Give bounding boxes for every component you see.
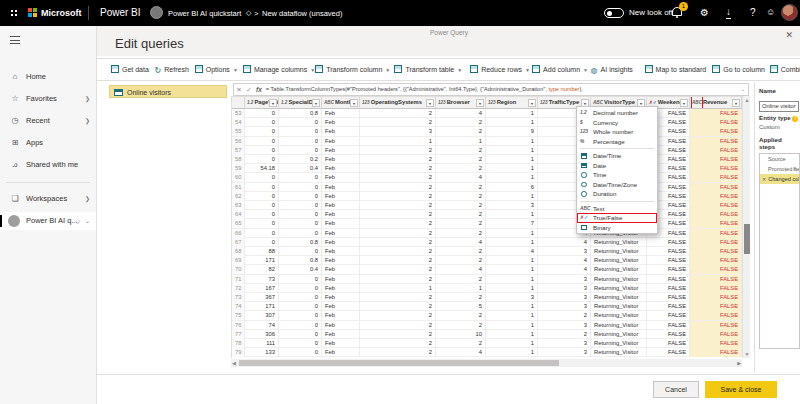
cell[interactable]: 59 <box>232 164 245 173</box>
waffle-icon[interactable] <box>10 9 19 18</box>
cell[interactable]: FALSE <box>690 118 742 127</box>
cell[interactable]: FALSE <box>647 321 690 330</box>
cell[interactable]: 60 <box>232 173 245 182</box>
cell[interactable]: 2 <box>360 192 436 201</box>
formula-bar[interactable]: ✕✓fx = Table.TransformColumnTypes(#"Prom… <box>233 83 749 96</box>
cell[interactable]: Feb <box>322 219 360 228</box>
cell[interactable]: 0 <box>279 339 322 348</box>
cell[interactable]: 1 <box>486 137 538 146</box>
cell[interactable]: Feb <box>322 192 360 201</box>
cell[interactable]: FALSE <box>690 275 742 284</box>
cell[interactable]: FALSE <box>690 173 742 182</box>
cell[interactable]: Feb <box>322 348 360 357</box>
menu-item-percentage[interactable]: %Percentage <box>577 137 657 147</box>
cell[interactable]: 133 <box>245 348 279 357</box>
cell[interactable]: 0 <box>245 238 279 247</box>
cell[interactable]: 0 <box>279 229 322 238</box>
cell[interactable]: 307 <box>245 311 279 320</box>
cell[interactable]: FALSE <box>647 348 690 357</box>
cell[interactable]: 4 <box>436 348 486 357</box>
cell[interactable]: Returning_Visitor <box>591 247 647 256</box>
cell[interactable]: FALSE <box>690 219 742 228</box>
column-header-revenue[interactable]: ABCRevenue▾ <box>690 97 742 109</box>
cell[interactable]: 1 <box>486 146 538 155</box>
cell[interactable]: FALSE <box>690 348 742 357</box>
toolbar-get-data[interactable]: Get data <box>111 59 149 80</box>
cell[interactable]: FALSE <box>647 293 690 302</box>
type-icon-123[interactable]: 123 <box>488 97 496 108</box>
cell[interactable]: FALSE <box>647 238 690 247</box>
cell[interactable]: Returning_Visitor <box>591 339 647 348</box>
cell[interactable]: Feb <box>322 183 360 192</box>
scroll-down-icon[interactable]: ▼ <box>743 351 751 357</box>
cancel-button[interactable]: Cancel <box>653 381 699 398</box>
toolbar-options[interactable]: Options▼ <box>195 59 238 80</box>
cell[interactable]: 1 <box>486 330 538 339</box>
cell[interactable]: 2 <box>436 229 486 238</box>
type-icon-abc[interactable]: ABC <box>324 97 334 108</box>
cell[interactable]: 1 <box>486 173 538 182</box>
column-header-operatingsystems[interactable]: 123OperatingSystems▾ <box>360 97 436 109</box>
cell[interactable]: 72 <box>232 284 245 293</box>
cell[interactable]: 1 <box>486 321 538 330</box>
cell[interactable]: 3 <box>538 284 591 293</box>
cell[interactable]: 69 <box>232 256 245 265</box>
download-icon[interactable]: ↓ <box>726 5 731 19</box>
cell[interactable]: 0 <box>279 302 322 311</box>
column-header-region[interactable]: 123Region▾ <box>486 97 538 109</box>
menu-item-date-time[interactable]: Date/Time <box>577 151 657 161</box>
cell[interactable]: 56 <box>232 137 245 146</box>
cell[interactable]: 4 <box>436 265 486 274</box>
cell[interactable]: 1 <box>486 275 538 284</box>
cell[interactable]: 73 <box>232 293 245 302</box>
cell[interactable]: 0.8 <box>279 256 322 265</box>
cell[interactable]: Feb <box>322 321 360 330</box>
cell[interactable]: 54 <box>232 118 245 127</box>
cell[interactable]: 2 <box>436 321 486 330</box>
vertical-scrollbar[interactable]: ▲ ▼ <box>742 96 750 358</box>
toolbar-transform-table[interactable]: Transform table▼ <box>394 59 462 80</box>
column-header-pagevisitors[interactable]: 1.2PageVisitors▾ <box>245 97 279 109</box>
cell[interactable]: 2 <box>436 219 486 228</box>
gear-icon[interactable]: ⚙ <box>793 164 797 174</box>
cell[interactable]: 88 <box>245 247 279 256</box>
cell[interactable]: 0 <box>279 210 322 219</box>
cell[interactable]: 1 <box>486 238 538 247</box>
formula-expand-icon[interactable]: ⌄ <box>741 84 745 95</box>
cell[interactable]: 0 <box>279 284 322 293</box>
cell[interactable]: 2 <box>436 183 486 192</box>
sidebar-item-shared-with-me[interactable]: ꭿShared with me <box>0 156 96 174</box>
menu-item-currency[interactable]: $Currency <box>577 118 657 128</box>
filter-icon[interactable]: ▾ <box>680 99 688 107</box>
cell[interactable]: Returning_Visitor <box>591 311 647 320</box>
cell[interactable]: Feb <box>322 109 360 118</box>
menu-item-date[interactable]: Date <box>577 161 657 171</box>
cell[interactable]: 2 <box>360 339 436 348</box>
cell[interactable]: 2 <box>360 173 436 182</box>
cell[interactable]: 0 <box>245 201 279 210</box>
cell[interactable]: 1 <box>486 164 538 173</box>
close-icon[interactable]: ✕ <box>785 30 793 40</box>
cell[interactable]: FALSE <box>690 311 742 320</box>
cell[interactable]: 0 <box>279 275 322 284</box>
cell[interactable]: 0.8 <box>279 238 322 247</box>
cell[interactable]: 2 <box>360 247 436 256</box>
save-close-button[interactable]: Save & close <box>705 381 777 398</box>
cell[interactable]: 0 <box>279 183 322 192</box>
cell[interactable]: 1 <box>486 118 538 127</box>
type-icon-abc[interactable]: ABC <box>692 97 702 108</box>
cell[interactable]: 77 <box>232 330 245 339</box>
cell[interactable]: 2 <box>538 330 591 339</box>
toolbar-go-to-column[interactable]: Go to column <box>712 59 765 80</box>
cell[interactable]: 64 <box>232 210 245 219</box>
cell[interactable]: FALSE <box>690 210 742 219</box>
cell[interactable]: Feb <box>322 229 360 238</box>
query-item[interactable]: Online visitors <box>109 85 227 98</box>
filter-icon[interactable]: ▾ <box>269 99 277 107</box>
cell[interactable]: 2 <box>360 210 436 219</box>
cell[interactable]: 0 <box>279 330 322 339</box>
cell[interactable]: 0.8 <box>279 109 322 118</box>
cell[interactable]: 0 <box>279 118 322 127</box>
cell[interactable]: 9 <box>486 127 538 136</box>
cell[interactable]: 0 <box>279 293 322 302</box>
